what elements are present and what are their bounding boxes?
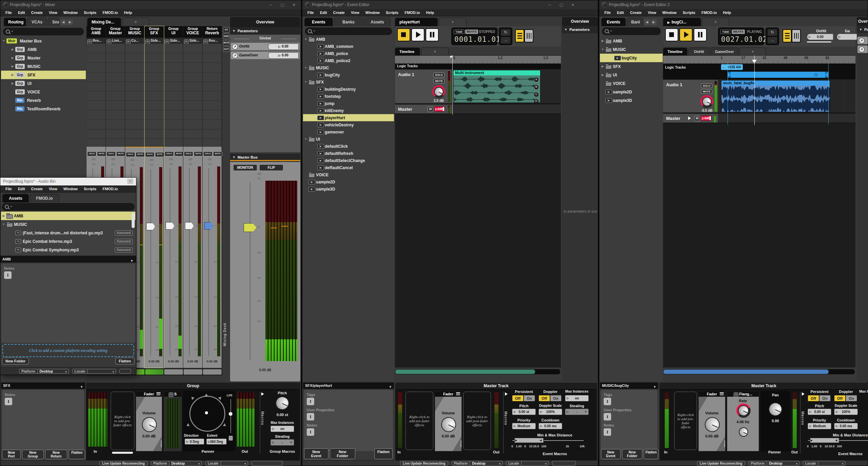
event-editor2-titlebar[interactable]: ProjectBug.fspro* - Event Editor 2 [599, 0, 868, 9]
expander-icon[interactable] [10, 73, 15, 76]
volume-knob[interactable] [702, 415, 722, 434]
macros-expander-icon[interactable] [261, 392, 266, 396]
pre-fader-slot[interactable]: Right-click to add pre-fader effects [111, 392, 134, 450]
parameters-section-header[interactable]: Parameters [857, 26, 868, 33]
event-tree-item[interactable]: sample2D [600, 88, 663, 96]
strip-effect-slot[interactable]: ~Limi... [106, 38, 125, 44]
event-properties-header[interactable]: SFX/playerHurt [303, 382, 394, 389]
tab-event-playerhurt[interactable]: playerHurt [395, 18, 438, 26]
asset-tree-item[interactable]: Epic Combat Symphony.mp3 #unused [1, 246, 135, 254]
new-event-button[interactable]: New Event [304, 448, 328, 459]
event-tree-item[interactable]: defaultClick [303, 143, 394, 150]
tab-assets[interactable]: Assets [364, 18, 391, 26]
asset-section-header[interactable]: AMB ▼ [0, 256, 136, 263]
monitor-button[interactable]: MONITOR [233, 164, 257, 171]
loop-button[interactable]: ↻ [501, 29, 510, 36]
tab-timeline[interactable]: Timeline [663, 48, 687, 55]
mixer-strip[interactable]: Return Reverb ~Rev... SOLO MUTE dB 10 [203, 26, 222, 368]
mute-button[interactable]: MUTE [213, 151, 222, 156]
slot-chip-c[interactable]: C [534, 92, 539, 97]
stop-button[interactable] [665, 28, 678, 41]
flatten-button[interactable]: Flatten [69, 450, 85, 459]
pitch-value[interactable]: 0.00 st [808, 409, 831, 415]
expander-icon[interactable] [10, 82, 15, 85]
master-fader-badge[interactable]: ▷0dB [434, 106, 445, 112]
play-button[interactable] [679, 28, 693, 41]
timeline-ruler[interactable]: 1 17 33 49 65 81 [663, 55, 855, 64]
event-tree-item[interactable]: vehicleDestroy [303, 121, 394, 128]
tab-add-desk[interactable]: + [122, 18, 149, 26]
menu-item[interactable]: Create [330, 11, 348, 15]
menu-item[interactable]: Create [28, 11, 46, 15]
master-track-header[interactable]: Master M ▷0dB [395, 105, 452, 114]
param-row-gameover[interactable]: ↗ GameOver 0.00 [231, 52, 300, 59]
maximize-icon[interactable]: ▢ [555, 0, 567, 9]
beats-mode-button[interactable]: BEATS [732, 30, 745, 34]
audio1-track-header[interactable]: Audio 1 SOLO MUTE -0.5 dB [663, 80, 718, 113]
param-row-clipped[interactable]: ↗ [857, 46, 868, 53]
routing-tree-item[interactable]: Rtn Reverb [1, 96, 86, 105]
mute-button[interactable]: MUTE [194, 151, 203, 156]
tree-scrollbar-thumb[interactable] [132, 213, 135, 228]
follow-button[interactable]: → [501, 37, 510, 43]
platform-select[interactable]: PlatformDesktop [749, 461, 800, 466]
volume-knob[interactable] [139, 415, 159, 434]
persistent-toggle[interactable]: OffOn [512, 395, 535, 401]
sidechain-module[interactable]: ~S [164, 391, 182, 451]
new-group-button[interactable]: New Group [22, 450, 44, 459]
doppler-scale-value[interactable]: 100% [539, 409, 562, 415]
notes-edit-icon[interactable]: I [5, 398, 12, 405]
tags-edit-icon[interactable]: I [307, 398, 314, 405]
close-icon[interactable]: ✕ [288, 0, 300, 9]
strip-effect-slot[interactable]: ~Side... [164, 38, 183, 44]
strip-effect-slot[interactable]: ~Side... [145, 38, 164, 44]
stop-button[interactable] [397, 28, 410, 41]
deck-hscroll[interactable] [112, 452, 133, 454]
event-tree-item[interactable]: VOICE [600, 79, 663, 88]
menu-item[interactable]: View [348, 11, 362, 15]
event-tree-item[interactable]: MUSIC [600, 45, 663, 54]
solo-button[interactable]: SOLO [184, 151, 193, 156]
event-tree-item[interactable]: bugCity [600, 54, 663, 62]
menu-item[interactable]: View [645, 11, 659, 15]
notes-edit-icon[interactable]: I [604, 428, 611, 436]
platform-select[interactable]: PlatformDesktop [151, 461, 202, 466]
expander-icon[interactable] [600, 48, 605, 51]
mute-button[interactable]: MUTE [433, 79, 445, 83]
follow-button[interactable]: → [768, 37, 777, 43]
asset-tree-item[interactable]: AMB [1, 212, 135, 220]
menu-icon[interactable] [156, 392, 161, 395]
play-button[interactable] [411, 28, 424, 41]
priority-value[interactable]: Medium [808, 423, 831, 429]
solo-button[interactable]: SOLO [165, 151, 174, 156]
fader-module[interactable]: Fader Pre Volume 0.00 dB Post [136, 391, 162, 451]
tab-fmodio[interactable]: FMOD.io [30, 194, 59, 202]
loop-button[interactable]: ↻ [768, 29, 777, 36]
tab-vcas[interactable]: VCAs [27, 18, 47, 26]
master-lane[interactable] [718, 114, 855, 123]
tab-scroll-left-icon[interactable]: ◀ [644, 19, 650, 25]
menu-item[interactable]: Help [720, 11, 734, 15]
notes-edit-icon[interactable]: I [4, 271, 12, 279]
extent-value[interactable]: 360 Deg [206, 438, 227, 445]
asset-tree-item[interactable]: MUSIC [1, 220, 135, 229]
solo-button[interactable]: SOLO [701, 84, 712, 88]
expander-icon[interactable] [10, 48, 15, 51]
strip-effect-slot[interactable]: ~Side... [183, 38, 202, 44]
new-return-button[interactable]: New Return [45, 450, 68, 459]
menu-item[interactable]: Edit [15, 11, 28, 15]
pitch-knob[interactable] [273, 394, 291, 412]
mixer-strip[interactable]: Group SFX ~Side... SOLO MUTE dB 10 [145, 26, 164, 368]
tracks-view-button[interactable] [515, 29, 524, 42]
event-tree-item[interactable]: defaultRefresh [303, 150, 394, 157]
tab-event-bugcity[interactable]: ▶bugCi... [663, 18, 701, 26]
routing-tree-item[interactable]: Grp VOICE [1, 88, 86, 96]
add-encoding-setting-button[interactable]: Click to add a custom platform encoding … [2, 344, 134, 357]
tab-add-event[interactable]: + [439, 18, 467, 26]
menu-item[interactable]: View [46, 187, 60, 191]
timeline-scrollbar[interactable] [395, 369, 560, 374]
strip-view-button[interactable]: OUT [223, 47, 230, 52]
menu-item[interactable]: Scripts [383, 11, 401, 15]
event-tree-item[interactable]: SFX [600, 62, 663, 71]
mute-button[interactable]: MUTE [701, 89, 712, 94]
